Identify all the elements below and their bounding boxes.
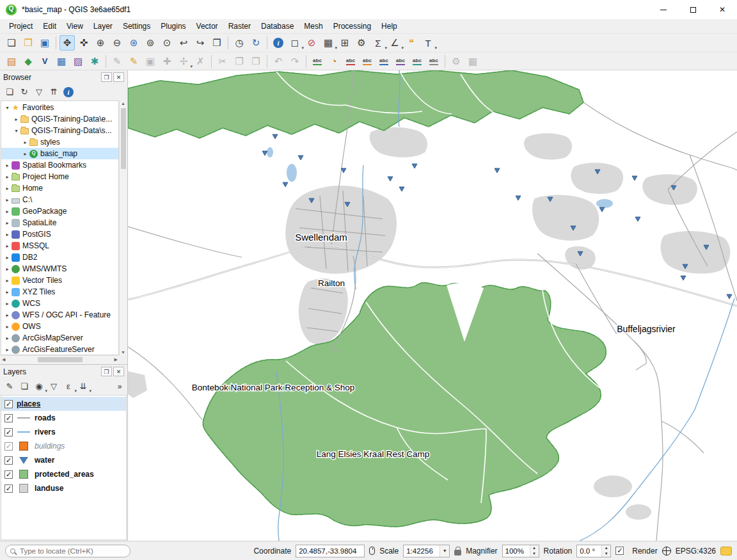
zoom-out-button[interactable]: ⊖ <box>109 35 125 51</box>
expander-icon[interactable]: ▸ <box>3 243 12 249</box>
menu-settings[interactable]: Settings <box>118 20 155 33</box>
zoom-next-button[interactable]: ↪ <box>193 35 208 51</box>
add-selected-layers-button[interactable]: ❏ <box>3 85 17 99</box>
tree-item-postgis[interactable]: ▸PostGIS <box>1 228 118 240</box>
add-group-button[interactable]: ❏ <box>17 380 31 394</box>
add-delimited-text-layer-button[interactable]: ✱ <box>87 54 102 69</box>
filter-browser-button[interactable]: ▽ <box>32 85 46 99</box>
paste-features-button[interactable]: ❒ <box>248 54 264 69</box>
spin-arrows[interactable]: ▲▼ <box>601 545 610 557</box>
expand-collapse-all-button[interactable]: ⇊ <box>76 380 90 394</box>
expander-icon[interactable]: ▸ <box>3 347 12 353</box>
tree-item-xyz-tiles[interactable]: ▸XYZ Tiles <box>1 286 118 298</box>
refresh-browser-button[interactable]: ↻ <box>17 85 31 99</box>
layer-visibility-checkbox[interactable]: ✓ <box>4 428 13 436</box>
select-features-button[interactable]: ◻ <box>287 35 303 51</box>
menu-raster[interactable]: Raster <box>223 20 256 33</box>
scrollbar-thumb[interactable] <box>121 108 126 169</box>
minimize-button[interactable] <box>649 0 678 19</box>
scrollbar-thumb[interactable] <box>38 357 83 362</box>
expander-icon[interactable]: ▸ <box>21 151 29 157</box>
menu-edit[interactable]: Edit <box>38 20 61 33</box>
pan-to-selection-button[interactable]: ✜ <box>76 35 91 51</box>
scale-combo[interactable]: ▼ <box>403 545 450 557</box>
menu-layer[interactable]: Layer <box>88 20 118 33</box>
highlight-pinned-labels-button[interactable]: abc <box>376 54 392 69</box>
open-project-button[interactable]: ❐ <box>20 35 36 51</box>
extents-toggle-icon[interactable] <box>369 547 375 555</box>
layer-item-landuse[interactable]: ✓ landuse <box>1 481 126 495</box>
undock-panel-button[interactable]: ❐ <box>101 72 112 82</box>
expander-icon[interactable]: ▸ <box>3 163 12 168</box>
zoom-in-button[interactable]: ⊕ <box>93 35 108 51</box>
close-panel-button[interactable]: ✕ <box>113 367 124 376</box>
filter-by-expression-button[interactable]: ε <box>61 380 75 394</box>
spin-up-icon[interactable]: ▲ <box>530 545 539 551</box>
magnifier-input[interactable] <box>503 547 530 555</box>
python-console-button[interactable]: ▦ <box>465 54 480 69</box>
open-layer-styling-button[interactable]: ✎ <box>3 380 17 394</box>
menu-plugins[interactable]: Plugins <box>155 20 191 33</box>
tree-item-arcgis-feature-server[interactable]: ▸ArcGisFeatureServer <box>1 344 118 355</box>
current-edits-button[interactable]: ✎ <box>109 54 125 69</box>
expander-icon[interactable]: ▸ <box>3 186 12 191</box>
expander-icon[interactable]: ▸ <box>3 209 12 214</box>
vertex-tool-button[interactable]: ✢ <box>176 54 191 69</box>
tree-item-ows[interactable]: ▸OWS <box>1 321 118 332</box>
expander-icon[interactable]: ▸ <box>3 266 12 272</box>
text-annotation-button[interactable]: T <box>420 35 436 51</box>
tree-item-arcgis-map-server[interactable]: ▸ArcGisMapServer <box>1 332 118 344</box>
properties-button[interactable]: i <box>61 85 75 99</box>
options-button[interactable]: ⚙ <box>354 35 369 51</box>
scroll-down-icon[interactable]: ▼ <box>120 350 127 355</box>
browser-horizontal-scrollbar[interactable]: ◀ ▶ <box>1 355 119 364</box>
zoom-to-layer-button[interactable]: ⊙ <box>159 35 175 51</box>
manage-map-themes-button[interactable]: ◉ <box>32 380 46 394</box>
scale-input[interactable] <box>404 547 440 555</box>
tree-item-training-data-s[interactable]: ▾QGIS-Training-Data\s... <box>1 125 118 136</box>
layer-visibility-checkbox[interactable]: ✓ <box>4 400 13 408</box>
expander-icon[interactable]: ▸ <box>3 278 12 284</box>
panel-overflow-button[interactable]: » <box>115 382 125 391</box>
deselect-features-button[interactable]: ⊘ <box>304 35 319 51</box>
tree-item-vector-tiles[interactable]: ▸Vector Tiles <box>1 275 118 286</box>
layer-diagram-options-button[interactable]: ◔ <box>326 54 342 69</box>
tree-item-wms-wmts[interactable]: ▸WMS/WMTS <box>1 263 118 275</box>
tree-item-mssql[interactable]: ▸MSSQL <box>1 240 118 252</box>
expander-icon[interactable]: ▸ <box>3 301 12 307</box>
save-project-button[interactable]: ▣ <box>37 35 52 51</box>
change-label-button[interactable]: abc <box>426 54 441 69</box>
layer-visibility-checkbox[interactable]: ✓ <box>4 470 13 479</box>
lock-scale-icon[interactable] <box>454 550 461 556</box>
filter-legend-button[interactable]: ▽ <box>47 380 61 394</box>
expander-icon[interactable]: ▸ <box>3 289 12 295</box>
show-hide-labels-button[interactable]: abc <box>343 54 358 69</box>
map-tips-button[interactable]: ❝ <box>404 35 419 51</box>
menu-mesh[interactable]: Mesh <box>299 20 328 33</box>
layer-item-water[interactable]: ✓ water <box>1 453 126 467</box>
toggle-editing-button[interactable]: ✎ <box>126 54 141 69</box>
menu-view[interactable]: View <box>61 20 88 33</box>
refresh-button[interactable]: ↻ <box>248 35 264 51</box>
menu-project[interactable]: Project <box>4 20 38 33</box>
spin-down-icon[interactable]: ▼ <box>602 551 610 557</box>
chevron-down-icon[interactable]: ▼ <box>440 545 449 557</box>
delete-selected-button[interactable]: ✗ <box>193 54 208 69</box>
expander-icon[interactable]: ▾ <box>3 105 12 111</box>
tree-item-geopackage[interactable]: ▸GeoPackage <box>1 205 118 217</box>
menu-processing[interactable]: Processing <box>328 20 376 33</box>
rotation-spinbox[interactable]: ▲▼ <box>576 545 611 557</box>
expander-icon[interactable]: ▸ <box>3 255 12 260</box>
expander-icon[interactable]: ▸ <box>3 232 12 237</box>
layer-item-protected-areas[interactable]: ✓ protected_areas <box>1 467 126 481</box>
tree-item-db2[interactable]: ▸DB2 <box>1 252 118 263</box>
browser-vertical-scrollbar[interactable]: ▲ ▼ <box>119 100 127 355</box>
expander-icon[interactable]: ▸ <box>3 220 12 226</box>
tree-item-spatialite[interactable]: ▸SpatiaLite <box>1 217 118 228</box>
measure-line-button[interactable]: ∠ <box>387 35 402 51</box>
zoom-full-button[interactable]: ⊛ <box>126 35 141 51</box>
tree-item-training-data-e[interactable]: ▸QGIS-Training-Data\e... <box>1 113 118 125</box>
new-map-view-button[interactable]: ❒ <box>209 35 225 51</box>
expander-icon[interactable]: ▸ <box>3 324 12 330</box>
expander-icon[interactable]: ▸ <box>12 116 20 122</box>
